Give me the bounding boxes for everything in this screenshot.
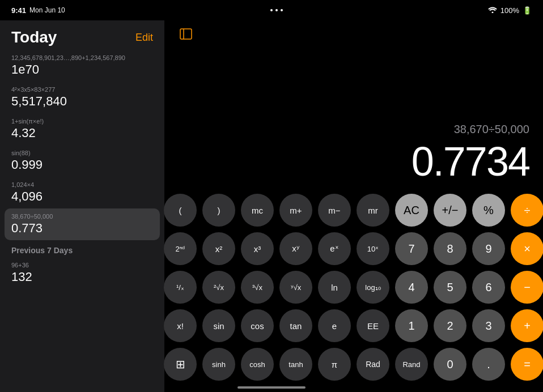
rand-button[interactable]: Rand bbox=[395, 348, 428, 381]
status-bar: 9:41 Mon Jun 10 100% 🔋 bbox=[0, 0, 543, 20]
btn-row-5: ⊞ sinh cosh tanh π Rad Rand 0 . = bbox=[171, 348, 536, 381]
history-result: 4,096 bbox=[11, 189, 153, 204]
exp10-button[interactable]: 10ˣ bbox=[357, 232, 389, 265]
subtract-button[interactable]: − bbox=[511, 271, 543, 304]
ee-button[interactable]: EE bbox=[357, 309, 389, 342]
euler-button[interactable]: e bbox=[318, 309, 351, 342]
m-plus-button[interactable]: m+ bbox=[279, 194, 312, 227]
factorial-button[interactable]: x! bbox=[164, 309, 197, 342]
m-minus-button[interactable]: m− bbox=[318, 194, 351, 227]
display-expression: 38,670÷50,000 bbox=[454, 123, 529, 136]
square-button[interactable]: x² bbox=[202, 232, 235, 265]
display: 38,670÷50,000 0.7734 bbox=[164, 20, 543, 194]
calc-icon-button[interactable]: ⊞ bbox=[164, 348, 197, 381]
eight-button[interactable]: 8 bbox=[434, 232, 466, 265]
tanh-button[interactable]: tanh bbox=[279, 348, 312, 381]
status-time: 9:41 bbox=[11, 6, 26, 15]
sign-button[interactable]: +/− bbox=[434, 194, 466, 227]
dot3 bbox=[281, 9, 283, 11]
cos-button[interactable]: cos bbox=[241, 309, 274, 342]
history-item[interactable]: 12,345,678,901,23…,890+1,234,567,890 1e7… bbox=[0, 50, 164, 82]
divide-button[interactable]: ÷ bbox=[511, 194, 543, 227]
history-sidebar: Today Edit 12,345,678,901,23…,890+1,234,… bbox=[0, 20, 164, 392]
display-result: 0.7734 bbox=[412, 138, 529, 185]
history-item-active[interactable]: 38,670÷50,000 0.773 bbox=[5, 208, 160, 240]
exp-e-button[interactable]: eˣ bbox=[318, 232, 351, 265]
sinh-button[interactable]: sinh bbox=[202, 348, 235, 381]
mc-button[interactable]: mc bbox=[241, 194, 274, 227]
tan-button[interactable]: tan bbox=[279, 309, 312, 342]
sqrty-button[interactable]: ʸ√x bbox=[279, 271, 312, 304]
paren-close-button[interactable]: ) bbox=[202, 194, 235, 227]
five-button[interactable]: 5 bbox=[434, 271, 466, 304]
btn-row-3: ¹/ₓ ²√x ³√x ʸ√x ln log₁₀ 4 5 6 − bbox=[171, 271, 536, 304]
cube-button[interactable]: x³ bbox=[241, 232, 274, 265]
sin-button[interactable]: sin bbox=[202, 309, 235, 342]
history-item[interactable]: 1,024×4 4,096 bbox=[0, 177, 164, 208]
ac-button[interactable]: AC bbox=[395, 194, 428, 227]
history-result: 0.773 bbox=[11, 221, 153, 236]
history-expr: 12,345,678,901,23…,890+1,234,567,890 bbox=[11, 54, 153, 61]
status-date: Mon Jun 10 bbox=[29, 6, 65, 14]
multiply-button[interactable]: × bbox=[511, 232, 543, 265]
history-expr: sin(88) bbox=[11, 150, 153, 156]
btn-row-4: x! sin cos tan e EE 1 2 3 + bbox=[171, 309, 536, 342]
history-result: 1e70 bbox=[11, 62, 153, 77]
sidebar-toggle-button[interactable] bbox=[176, 26, 196, 42]
nine-button[interactable]: 9 bbox=[472, 232, 505, 265]
edit-button[interactable]: Edit bbox=[135, 32, 153, 44]
mr-button[interactable]: mr bbox=[357, 194, 389, 227]
two-button[interactable]: 2 bbox=[434, 309, 466, 342]
one-button[interactable]: 1 bbox=[395, 309, 428, 342]
history-result: 4.32 bbox=[11, 126, 153, 140]
equals-button[interactable]: = bbox=[511, 348, 543, 381]
wifi-icon bbox=[488, 6, 497, 15]
svg-rect-0 bbox=[180, 29, 192, 39]
button-grid: ( ) mc m+ m− mr AC +/− % ÷ 2ⁿᵈ x² x³ xʸ … bbox=[164, 194, 543, 392]
second-button[interactable]: 2ⁿᵈ bbox=[164, 232, 197, 265]
btn-row-2: 2ⁿᵈ x² x³ xʸ eˣ 10ˣ 7 8 9 × bbox=[171, 232, 536, 265]
history-expr: 38,670÷50,000 bbox=[11, 213, 153, 220]
calculator-main: 38,670÷50,000 0.7734 ( ) mc m+ m− mr AC … bbox=[164, 20, 543, 392]
history-expr: 96+36 bbox=[11, 262, 153, 269]
pi-button[interactable]: π bbox=[318, 348, 351, 381]
sqrt3-button[interactable]: ³√x bbox=[241, 271, 274, 304]
btn-row-1: ( ) mc m+ m− mr AC +/− % ÷ bbox=[171, 194, 536, 227]
log10-button[interactable]: log₁₀ bbox=[357, 271, 389, 304]
home-indicator bbox=[237, 386, 306, 389]
status-right: 100% 🔋 bbox=[488, 6, 532, 15]
dot2 bbox=[275, 9, 278, 11]
history-result: 5,517,840 bbox=[11, 94, 153, 109]
history-expr: 1+sin(π×e!) bbox=[11, 118, 153, 125]
history-result: 132 bbox=[11, 270, 153, 284]
history-result: 0.999 bbox=[11, 157, 153, 172]
four-button[interactable]: 4 bbox=[395, 271, 428, 304]
history-expr: 1,024×4 bbox=[11, 181, 153, 188]
rad-button[interactable]: Rad bbox=[357, 348, 389, 381]
status-center-dots bbox=[270, 9, 283, 11]
dot1 bbox=[270, 9, 273, 11]
history-item[interactable]: sin(88) 0.999 bbox=[0, 145, 164, 177]
percent-button[interactable]: % bbox=[472, 194, 505, 227]
add-button[interactable]: + bbox=[511, 309, 543, 342]
zero-button[interactable]: 0 bbox=[434, 348, 466, 381]
history-item[interactable]: 4²×3x5×83×277 5,517,840 bbox=[0, 82, 164, 113]
reciprocal-button[interactable]: ¹/ₓ bbox=[164, 271, 197, 304]
cosh-button[interactable]: cosh bbox=[241, 348, 274, 381]
battery-icon: 🔋 bbox=[523, 6, 532, 15]
three-button[interactable]: 3 bbox=[472, 309, 505, 342]
power-button[interactable]: xʸ bbox=[279, 232, 312, 265]
sidebar-section-today: Today bbox=[11, 28, 57, 46]
six-button[interactable]: 6 bbox=[472, 271, 505, 304]
sqrt2-button[interactable]: ²√x bbox=[202, 271, 235, 304]
seven-button[interactable]: 7 bbox=[395, 232, 428, 265]
history-expr: 4²×3x5×83×277 bbox=[11, 86, 153, 93]
sidebar-header: Today Edit bbox=[0, 20, 164, 50]
ln-button[interactable]: ln bbox=[318, 271, 351, 304]
history-item[interactable]: 1+sin(π×e!) 4.32 bbox=[0, 113, 164, 145]
decimal-button[interactable]: . bbox=[472, 348, 505, 381]
sidebar-section-previous: Previous 7 Days bbox=[0, 240, 164, 257]
history-item[interactable]: 96+36 132 bbox=[0, 257, 164, 289]
paren-open-button[interactable]: ( bbox=[164, 194, 197, 227]
battery-percentage: 100% bbox=[500, 6, 519, 15]
